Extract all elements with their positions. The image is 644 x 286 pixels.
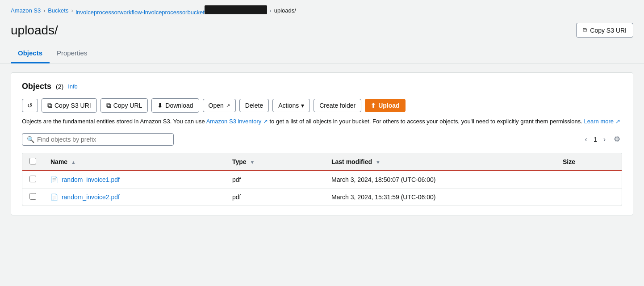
card-title: Objects (22, 82, 51, 91)
tabs-bar: Objects Properties (0, 45, 644, 63)
search-input[interactable] (37, 136, 169, 143)
table-row[interactable]: 📄 random_invoice1.pdf pdf March 3, 2024,… (22, 171, 622, 189)
name-sort-icon: ▲ (71, 160, 76, 165)
breadcrumb-sep-1: › (43, 8, 45, 14)
copy-s3-uri-toolbar-label: Copy S3 URI (54, 102, 91, 109)
upload-label: Upload (378, 102, 399, 109)
size-header-label: Size (563, 158, 575, 165)
next-page-button[interactable]: › (601, 135, 608, 144)
prev-page-button[interactable]: ‹ (582, 135, 590, 144)
open-external-icon: ↗ (226, 103, 230, 109)
redacted-bucket-name (205, 5, 267, 14)
table-body: 📄 random_invoice1.pdf pdf March 3, 2024,… (22, 171, 622, 206)
row-2-type: pdf (225, 188, 324, 206)
download-button[interactable]: ⬇ Download (151, 98, 199, 113)
upload-icon: ⬆ (371, 102, 376, 109)
name-column-header[interactable]: Name ▲ (43, 153, 225, 171)
breadcrumb-bucket-name[interactable]: invoiceprocessorworkflow-invoiceprocesso… (75, 5, 267, 16)
row-1-type: pdf (225, 171, 324, 189)
tab-properties[interactable]: Properties (50, 45, 94, 63)
select-all-checkbox[interactable] (29, 158, 36, 164)
main-content: Objects (2) Info ↺ ⧉ Copy S3 URI ⧉ Copy … (0, 63, 644, 224)
row-1-file-link[interactable]: random_invoice1.pdf (62, 176, 120, 183)
row-2-name: 📄 random_invoice2.pdf (43, 188, 225, 206)
learn-more-link[interactable]: Learn more ↗ (584, 118, 620, 125)
toolbar: ↺ ⧉ Copy S3 URI ⧉ Copy URL ⬇ Download Op… (22, 98, 622, 113)
delete-button[interactable]: Delete (239, 99, 269, 112)
search-icon: 🔍 (27, 136, 34, 143)
page-header: uploads/ ⧉ Copy S3 URI (0, 19, 644, 45)
create-folder-label: Create folder (319, 102, 355, 109)
copy-s3-uri-button[interactable]: ⧉ Copy S3 URI (576, 23, 633, 38)
row-1-name: 📄 random_invoice1.pdf (43, 171, 225, 189)
file-icon-2: 📄 (50, 193, 58, 201)
copy-s3-uri-toolbar-button[interactable]: ⧉ Copy S3 URI (42, 98, 97, 113)
objects-count: (2) (56, 83, 63, 90)
pagination: ‹ 1 › ⚙ (582, 134, 622, 145)
file-icon-1: 📄 (50, 176, 58, 183)
row-1-size (556, 171, 622, 189)
objects-table-container: Name ▲ Type ▼ Last modified ▼ Size (22, 153, 622, 206)
table-settings-button[interactable]: ⚙ (612, 134, 622, 145)
row-2-size (556, 188, 622, 206)
objects-card: Objects (2) Info ↺ ⧉ Copy S3 URI ⧉ Copy … (11, 72, 633, 215)
breadcrumb: Amazon S3 › Buckets › invoiceprocessorwo… (0, 0, 644, 19)
description-text: Objects are the fundamental entities sto… (22, 117, 622, 126)
copy-icon: ⧉ (583, 26, 587, 34)
open-button[interactable]: Open ↗ (203, 99, 236, 112)
actions-label: Actions (278, 102, 299, 109)
modified-column-header[interactable]: Last modified ▼ (324, 153, 556, 171)
search-row: 🔍 ‹ 1 › ⚙ (22, 133, 622, 146)
modified-sort-icon: ▼ (376, 160, 381, 165)
name-header-label: Name (50, 158, 67, 165)
download-label: Download (165, 102, 193, 109)
copy-s3-icon: ⧉ (47, 101, 52, 109)
table-head: Name ▲ Type ▼ Last modified ▼ Size (22, 153, 622, 171)
download-icon: ⬇ (157, 101, 163, 109)
row-2-checkbox-cell (22, 188, 43, 206)
table-row[interactable]: 📄 random_invoice2.pdf pdf March 3, 2024,… (22, 188, 622, 206)
actions-chevron-icon: ▾ (301, 102, 304, 109)
copy-url-button[interactable]: ⧉ Copy URL (100, 98, 148, 113)
row-1-checkbox-cell (22, 171, 43, 189)
search-box: 🔍 (22, 133, 174, 146)
row-2-modified: March 3, 2024, 15:31:59 (UTC-06:00) (324, 188, 556, 206)
modified-header-label: Last modified (331, 158, 372, 165)
actions-button[interactable]: Actions ▾ (272, 99, 310, 112)
objects-table: Name ▲ Type ▼ Last modified ▼ Size (22, 153, 622, 206)
s3-inventory-link[interactable]: Amazon S3 inventory ↗ (206, 118, 268, 125)
delete-label: Delete (245, 102, 263, 109)
copy-s3-uri-label: Copy S3 URI (590, 27, 627, 34)
create-folder-button[interactable]: Create folder (314, 99, 361, 112)
breadcrumb-sep-2: › (71, 8, 73, 14)
copy-url-icon: ⧉ (106, 101, 111, 109)
page-title: uploads/ (11, 23, 58, 38)
refresh-icon: ↺ (27, 102, 33, 109)
info-link[interactable]: Info (68, 83, 78, 90)
type-column-header[interactable]: Type ▼ (225, 153, 324, 171)
size-column-header: Size (556, 153, 622, 171)
type-sort-icon: ▼ (250, 160, 255, 165)
breadcrumb-buckets[interactable]: Buckets (48, 7, 68, 14)
current-page: 1 (594, 136, 597, 143)
upload-button[interactable]: ⬆ Upload (365, 99, 405, 112)
card-header: Objects (2) Info (22, 82, 622, 91)
refresh-button[interactable]: ↺ (22, 99, 38, 112)
open-label: Open (209, 102, 224, 109)
select-all-header (22, 153, 43, 171)
breadcrumb-amazon-s3[interactable]: Amazon S3 (11, 7, 41, 14)
breadcrumb-current: uploads/ (274, 7, 296, 14)
breadcrumb-sep-3: › (270, 8, 272, 14)
type-header-label: Type (232, 158, 247, 165)
row-2-file-link[interactable]: random_invoice2.pdf (62, 193, 120, 201)
row-1-checkbox[interactable] (29, 176, 36, 182)
copy-url-label: Copy URL (113, 102, 142, 109)
row-2-checkbox[interactable] (29, 193, 36, 200)
tab-objects[interactable]: Objects (11, 45, 50, 63)
row-1-modified: March 3, 2024, 18:50:07 (UTC-06:00) (324, 171, 556, 189)
